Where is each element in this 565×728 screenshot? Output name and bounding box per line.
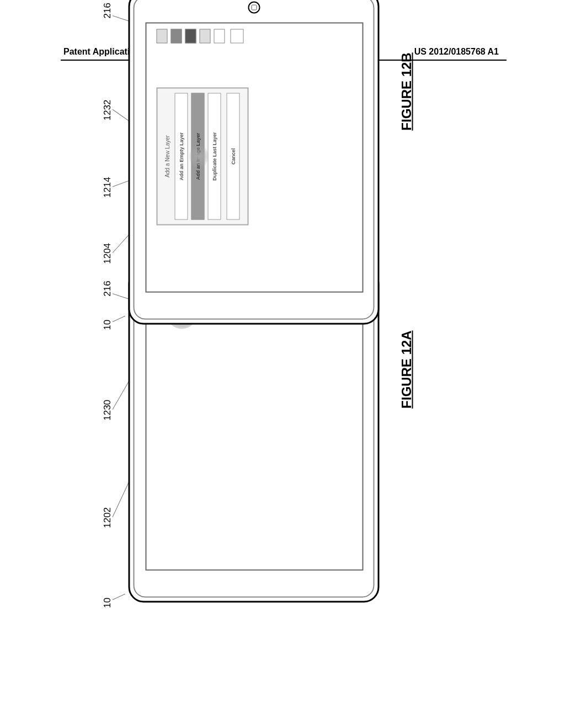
add-image-layer-button[interactable]: Add an Image Layer <box>191 93 205 220</box>
figure-12b: 10 1204 1214 1232 216 Add a New Laye <box>129 0 393 325</box>
ref-1202: 1202 <box>102 507 113 528</box>
add-image-layer-label: Add an Image Layer <box>195 133 201 180</box>
ref-1204: 1204 <box>102 243 113 264</box>
lead-10-b <box>113 315 125 322</box>
figure-label-a: FIGURE 12A <box>399 330 414 408</box>
add-layer-box[interactable] <box>231 29 244 44</box>
tablet-device-b: Add a New Layer Add an Empty Layer Add a… <box>129 0 380 325</box>
ref-1232: 1232 <box>102 100 113 121</box>
home-button-b[interactable] <box>248 2 260 14</box>
layer-thumb[interactable] <box>185 29 196 44</box>
layer-thumb[interactable] <box>157 29 168 44</box>
layer-thumb[interactable] <box>214 29 225 44</box>
screen-a <box>146 301 364 571</box>
ref-1214: 1214 <box>102 177 113 198</box>
screen-b: Add a New Layer Add an Empty Layer Add a… <box>146 23 364 293</box>
figure-label-b: FIGURE 12B <box>399 52 414 130</box>
ref-1230: 1230 <box>102 400 113 421</box>
ref-216-a: 216 <box>102 281 113 296</box>
layer-thumb[interactable] <box>171 29 182 44</box>
layer-thumb[interactable] <box>200 29 211 44</box>
add-empty-layer-button[interactable]: Add an Empty Layer <box>175 93 188 220</box>
ref-10-b: 10 <box>102 320 113 330</box>
layer-thumbnails-b <box>157 29 244 44</box>
duplicate-last-layer-button[interactable]: Duplicate Last Layer <box>208 93 221 220</box>
ref-216-b: 216 <box>102 3 113 18</box>
header-pubno: US 2012/0185768 A1 <box>414 47 499 57</box>
ref-10-a: 10 <box>102 598 113 608</box>
lead-10-a <box>113 593 125 599</box>
add-layer-dialog: Add a New Layer Add an Empty Layer Add a… <box>157 88 249 226</box>
dialog-title: Add a New Layer <box>162 93 175 220</box>
cancel-button[interactable]: Cancel <box>227 93 240 220</box>
